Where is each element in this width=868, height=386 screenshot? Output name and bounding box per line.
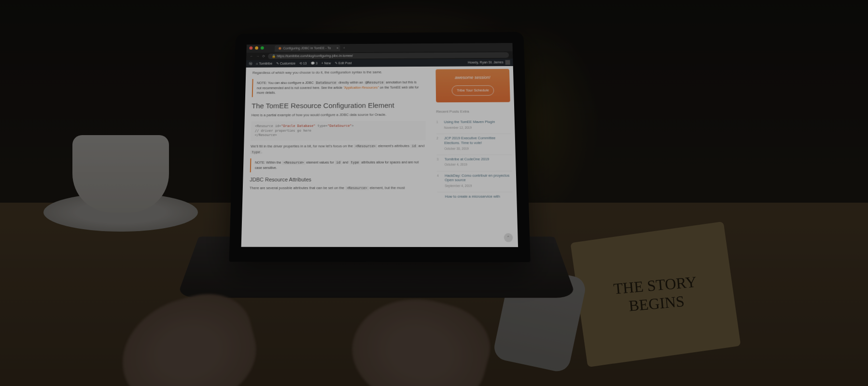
code-block-resource: <Resource id="Oracle Database" type="Dat… [251,121,426,141]
url-text: https://tomitribe.com/blog/configuring-j… [277,54,353,58]
tab-favicon: ⬢ [279,46,281,51]
promo-button[interactable]: Tribe Tour Schedule [451,85,494,96]
code-resource-anno: @Resource [364,81,385,84]
h2-subtitle: Here is a partial example of how you wou… [252,111,426,117]
heading-jdbc-attrs: JDBC Resource Attributes [250,176,426,183]
note-block-2: NOTE: Within the <Resource> element valu… [250,158,426,172]
promo-title: awesome session! [440,74,504,81]
wp-comments-link[interactable]: 💬 3 [310,61,318,66]
code-datasource: DataSource [315,81,337,85]
chevron-up-icon: ⌃ [506,234,511,241]
list-item[interactable]: 3 Tomitribe at CodeOne 2019 October 4, 2… [436,155,512,171]
pencil-icon: ✎ [335,61,337,66]
laptop: ⬢ Configuring JDBC in TomEE - To × + ← →… [208,29,546,367]
list-item[interactable]: 2 JCP 2019 Executive Committee Elections… [436,134,512,155]
laptop-screen-frame: ⬢ Configuring JDBC in TomEE - To × + ← →… [229,32,530,262]
screen-viewport: ⬢ Configuring JDBC in TomEE - To × + ← →… [241,43,518,247]
minimize-window-icon[interactable] [255,46,258,50]
recent-posts-list: 1 Using the TomEE Maven Plugin November … [436,118,513,203]
page-body: Regardless of which way you choose to do… [241,66,518,247]
intro-paragraph: Regardless of which way you choose to do… [252,69,425,76]
comment-icon: 💬 [310,61,315,66]
brush-icon: ✎ [276,61,279,66]
sidebar: awesome session! Tribe Tour Schedule Rec… [432,66,518,247]
home-icon: ⌂ [256,61,258,66]
wp-logo-icon[interactable]: ⓦ [249,62,252,66]
wp-howdy[interactable]: Howdy, Ryan St. James [468,60,504,65]
tab-close-icon[interactable]: × [336,46,338,50]
paragraph-attrs: There are several possible attributes th… [250,185,426,191]
wp-edit-post-link[interactable]: ✎ Edit Post [335,61,351,66]
new-tab-button[interactable]: + [343,46,345,50]
forward-button[interactable]: → [256,54,260,58]
back-button[interactable]: ← [250,54,253,58]
tab-title: Configuring JDBC in TomEE - To [283,46,331,51]
lock-icon: 🔒 [272,55,276,58]
maximize-window-icon[interactable] [261,46,264,50]
promo-box: awesome session! Tribe Tour Schedule [435,69,510,103]
browser-tab[interactable]: ⬢ Configuring JDBC in TomEE - To × [275,45,340,52]
window-controls [249,46,264,50]
wp-customize-link[interactable]: ✎ Customize [276,61,295,66]
wp-updates-link[interactable]: ⟲ 13 [299,61,307,66]
heading-resource-config: The TomEE Resource Configuration Element [252,100,425,110]
coffee-cup [58,135,183,232]
reload-button[interactable]: ⟳ [262,54,265,58]
list-item[interactable]: 1 Using the TomEE Maven Plugin November … [436,118,511,134]
list-item[interactable]: How to create a microservice with [437,193,513,203]
url-input[interactable]: 🔒 https://tomitribe.com/blog/configuring… [268,52,509,59]
paragraph-fill-in: We'll fill in the driver properties in a… [251,143,426,155]
refresh-icon: ⟲ [299,61,302,66]
app-resources-link[interactable]: "Application Resources" [343,86,379,89]
wp-new-link[interactable]: + New [322,61,331,66]
avatar[interactable] [505,60,510,65]
notebook: THE STORY BEGINS [570,221,741,367]
note-block-1: NOTE: You can also configure a JDBC Data… [252,78,425,97]
scroll-top-button[interactable]: ⌃ [504,233,513,242]
article-content: Regardless of which way you choose to do… [241,67,434,247]
plus-icon: + [322,61,323,66]
close-window-icon[interactable] [249,46,252,50]
recent-posts-title: Recent Posts Extra [436,109,510,114]
wp-site-link[interactable]: ⌂ Tomitribe [256,61,272,66]
list-item[interactable]: 4 HackDay: Cómo contribuir en proyectos … [437,171,513,193]
